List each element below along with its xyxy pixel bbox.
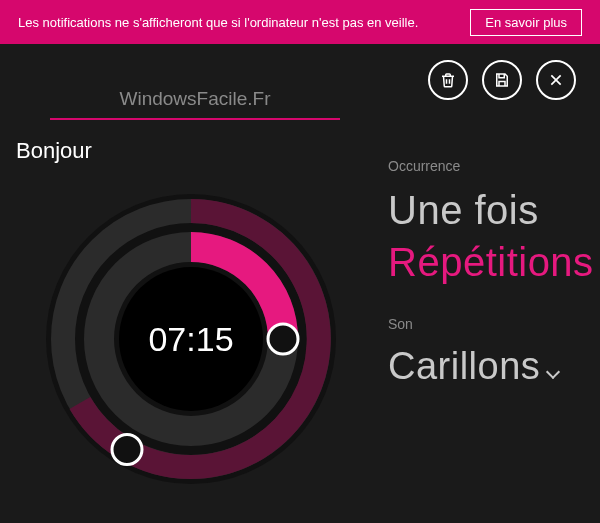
alarm-title-text: WindowsFacile.Fr — [52, 88, 338, 110]
trash-icon — [439, 71, 457, 89]
action-toolbar — [428, 60, 576, 100]
close-button[interactable] — [536, 60, 576, 100]
occurrence-label: Occurrence — [388, 158, 600, 174]
close-icon — [548, 72, 564, 88]
time-dial[interactable]: 07:15 — [26, 174, 356, 504]
learn-more-button[interactable]: En savoir plus — [470, 9, 582, 36]
sound-selector[interactable]: Carillons — [388, 342, 600, 391]
sound-label: Son — [388, 316, 600, 332]
notification-banner: Les notifications ne s'afficheront que s… — [0, 0, 600, 44]
chevron-down-icon — [546, 365, 560, 379]
save-button[interactable] — [482, 60, 522, 100]
occurrence-once[interactable]: Une fois — [388, 184, 600, 236]
editor-body: WindowsFacile.Fr Bonjour — [0, 44, 600, 523]
left-pane: WindowsFacile.Fr Bonjour — [0, 84, 380, 523]
save-icon — [493, 71, 511, 89]
sound-value: Carillons — [388, 342, 540, 391]
alarm-title-input[interactable]: WindowsFacile.Fr — [50, 84, 340, 120]
svg-point-4 — [112, 435, 142, 465]
svg-point-5 — [268, 324, 298, 354]
alarm-subtitle: Bonjour — [16, 138, 380, 164]
banner-text: Les notifications ne s'afficheront que s… — [18, 15, 418, 30]
right-pane: Occurrence Une fois Répétitions Son Cari… — [380, 84, 600, 523]
time-label: 07:15 — [148, 320, 233, 359]
occurrence-repeat[interactable]: Répétitions — [388, 236, 600, 288]
delete-button[interactable] — [428, 60, 468, 100]
